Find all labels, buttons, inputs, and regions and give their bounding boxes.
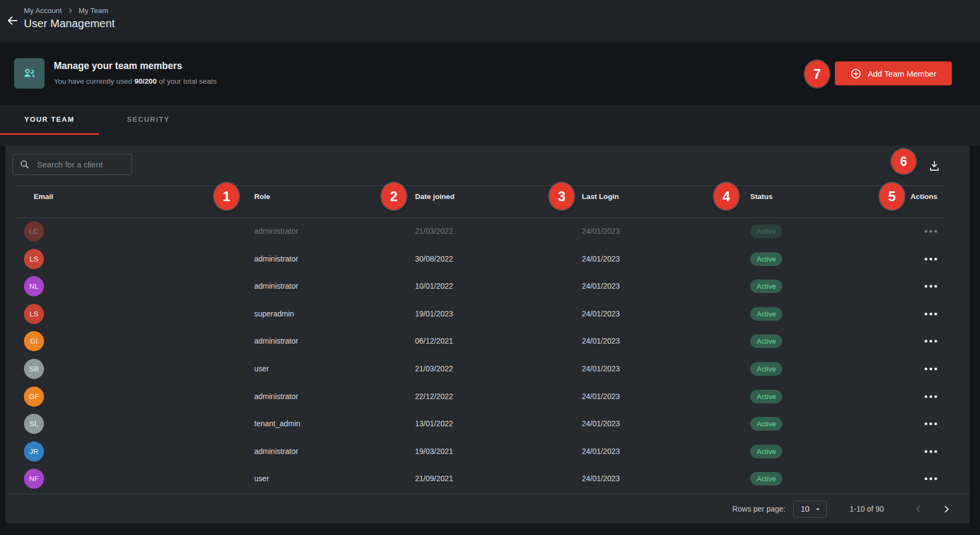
- table-row[interactable]: GI administrator 06/12/2021 24/01/2023 A…: [16, 327, 964, 355]
- cell-last-login: 24/01/2023: [582, 245, 620, 273]
- seats-text-prefix: You have currently used: [54, 77, 132, 85]
- row-actions-button[interactable]: [925, 355, 937, 383]
- add-team-member-label: Add Team Member: [868, 69, 936, 78]
- cell-last-login: 24/01/2023: [582, 438, 620, 465]
- cell-last-login: 24/01/2023: [582, 383, 620, 410]
- table-row[interactable]: NF user 21/09/2021 24/01/2023 Active: [16, 465, 964, 493]
- tab-your-team[interactable]: YOUR TEAM: [0, 105, 99, 133]
- column-header-role: Role: [254, 192, 270, 201]
- tab-security[interactable]: SECURITY: [99, 105, 198, 133]
- cell-last-login: 24/01/2023: [582, 272, 620, 300]
- annotation-marker-3: 3: [549, 183, 574, 210]
- row-actions-button[interactable]: [925, 410, 937, 438]
- table-row[interactable]: NL administrator 10/01/2022 24/01/2023 A…: [16, 272, 964, 300]
- status-badge: Active: [750, 334, 782, 348]
- chevron-left-icon: [913, 504, 924, 514]
- user-management-screen: My Account My Team User Management Manag…: [0, 0, 980, 535]
- cell-last-login: 24/01/2023: [582, 327, 620, 355]
- rows-per-page-label: Rows per page:: [732, 505, 786, 513]
- cell-date-joined: 10/01/2022: [415, 272, 453, 300]
- breadcrumb-my-team[interactable]: My Team: [79, 7, 109, 15]
- avatar: SB: [24, 359, 44, 379]
- row-actions-button[interactable]: [925, 300, 937, 328]
- cell-date-joined: 30/08/2022: [415, 245, 453, 273]
- seats-text-suffix: of your total seats: [159, 77, 217, 85]
- avatar: LS: [24, 304, 44, 324]
- cell-last-login: 24/01/2023: [582, 410, 620, 438]
- cell-role: tenant_admin: [254, 410, 300, 438]
- row-actions-button[interactable]: [925, 438, 937, 465]
- row-actions-button[interactable]: [925, 465, 937, 493]
- banner-subtitle: You have currently used 90/200 of your t…: [54, 77, 217, 85]
- cell-role: user: [254, 355, 269, 383]
- table-top-border: [16, 185, 947, 186]
- team-members-icon: [14, 58, 45, 89]
- cell-role: superadmin: [254, 300, 294, 328]
- status-badge: Active: [750, 362, 782, 376]
- previous-page-button[interactable]: [909, 500, 927, 518]
- cell-date-joined: 06/12/2021: [415, 327, 453, 355]
- table-row[interactable]: LC administrator 21/03/2022 24/01/2023 A…: [16, 217, 964, 245]
- search-input[interactable]: [36, 159, 125, 170]
- row-actions-button[interactable]: [925, 217, 937, 245]
- row-actions-button[interactable]: [925, 327, 937, 355]
- cell-date-joined: 21/09/2021: [415, 465, 453, 493]
- status-badge: Active: [750, 252, 782, 266]
- rows-per-page-select[interactable]: 10: [793, 501, 827, 518]
- arrow-left-icon: [6, 14, 19, 29]
- cell-role: administrator: [254, 438, 298, 465]
- avatar: GF: [24, 387, 44, 407]
- rows-per-page-value: 10: [801, 505, 809, 513]
- seats-used-count: 90/200: [134, 77, 156, 85]
- cell-last-login: 24/01/2023: [582, 300, 620, 328]
- annotation-marker-5: 5: [880, 183, 904, 210]
- column-header-date-joined: Date joined: [415, 192, 455, 201]
- row-actions-button[interactable]: [925, 272, 937, 300]
- table-row[interactable]: LS administrator 30/08/2022 24/01/2023 A…: [16, 245, 964, 273]
- avatar: LS: [24, 249, 44, 269]
- search-box[interactable]: [12, 154, 132, 175]
- page-title: User Management: [24, 17, 115, 30]
- cell-last-login: 24/01/2023: [582, 355, 620, 383]
- cell-role: administrator: [254, 383, 298, 410]
- chevron-right-icon: [941, 504, 952, 514]
- cell-date-joined: 19/03/2021: [415, 438, 453, 465]
- annotation-marker-2: 2: [381, 183, 406, 210]
- avatar: LC: [24, 221, 44, 241]
- tab-bar: YOUR TEAM SECURITY: [0, 105, 980, 146]
- chevron-down-icon: [814, 506, 821, 513]
- annotation-marker-4: 4: [714, 183, 739, 210]
- row-actions-button[interactable]: [925, 383, 937, 410]
- table-row[interactable]: SL tenant_admin 13/01/2022 24/01/2023 Ac…: [16, 410, 964, 438]
- table-row[interactable]: JR administrator 19/03/2021 24/01/2023 A…: [16, 438, 964, 465]
- column-header-last-login: Last Login: [582, 192, 619, 201]
- pagination-range: 1-10 of 90: [850, 505, 884, 513]
- table-row[interactable]: SB user 21/03/2022 24/01/2023 Active: [16, 355, 964, 383]
- status-badge: Active: [750, 225, 782, 238]
- status-badge: Active: [750, 417, 782, 431]
- column-header-status: Status: [750, 192, 772, 201]
- next-page-button[interactable]: [937, 500, 956, 518]
- breadcrumb-my-account[interactable]: My Account: [24, 7, 62, 15]
- annotation-marker-1: 1: [214, 183, 239, 210]
- status-badge: Active: [750, 307, 782, 321]
- cell-last-login: 24/01/2023: [582, 217, 620, 245]
- row-actions-button[interactable]: [925, 245, 937, 273]
- avatar: GI: [24, 331, 44, 351]
- table-row[interactable]: GF administrator 22/12/2022 24/01/2023 A…: [16, 383, 964, 410]
- download-icon: [928, 159, 941, 172]
- avatar: SL: [24, 414, 44, 434]
- cell-date-joined: 13/01/2022: [415, 410, 453, 438]
- export-download-button[interactable]: [925, 156, 944, 176]
- status-badge: Active: [750, 472, 782, 486]
- top-bar: My Account My Team User Management: [0, 0, 980, 42]
- plus-circle-icon: [850, 68, 862, 79]
- table-row[interactable]: LS superadmin 19/01/2023 24/01/2023 Acti…: [16, 300, 964, 328]
- cell-last-login: 24/01/2023: [582, 465, 620, 493]
- cell-date-joined: 22/12/2022: [415, 383, 453, 410]
- breadcrumb: My Account My Team: [24, 7, 108, 15]
- add-team-member-button[interactable]: Add Team Member: [835, 61, 952, 85]
- banner-title: Manage your team members: [54, 60, 182, 72]
- annotation-marker-6: 6: [891, 149, 916, 174]
- back-button[interactable]: [4, 13, 21, 29]
